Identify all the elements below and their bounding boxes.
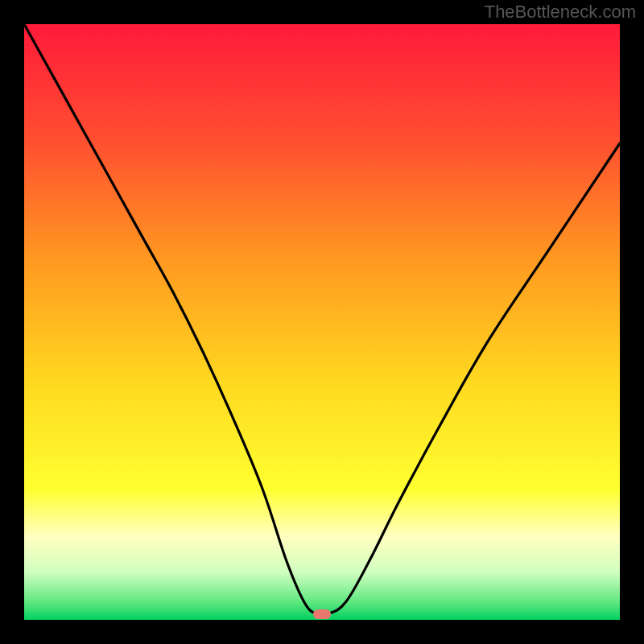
chart-container: TheBottleneck.com xyxy=(0,0,644,644)
watermark-text: TheBottleneck.com xyxy=(485,2,636,23)
gradient-background xyxy=(24,24,620,620)
plot-area xyxy=(24,24,620,620)
chart-svg xyxy=(24,24,620,620)
optimal-point-marker xyxy=(313,609,331,619)
